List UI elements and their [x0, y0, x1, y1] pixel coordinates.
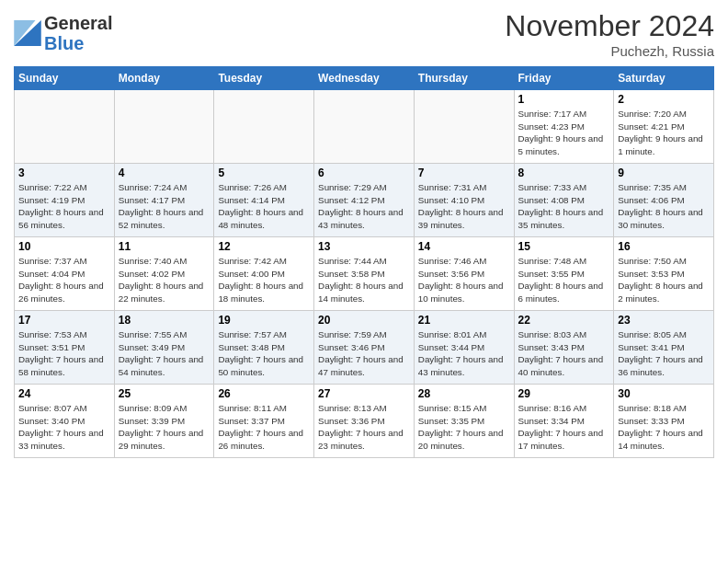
header-friday: Friday	[514, 67, 614, 90]
location: Puchezh, Russia	[505, 43, 714, 59]
calendar-header-row: Sunday Monday Tuesday Wednesday Thursday…	[15, 67, 714, 90]
calendar-cell: 26Sunrise: 8:11 AMSunset: 3:37 PMDayligh…	[214, 385, 314, 458]
week-row-2: 3Sunrise: 7:22 AMSunset: 4:19 PMDaylight…	[15, 164, 714, 237]
day-info: Sunrise: 7:17 AMSunset: 4:23 PMDaylight:…	[518, 108, 610, 158]
day-info: Sunrise: 7:44 AMSunset: 3:58 PMDaylight:…	[318, 255, 410, 305]
calendar-cell: 4Sunrise: 7:24 AMSunset: 4:17 PMDaylight…	[114, 164, 214, 237]
day-info: Sunrise: 7:40 AMSunset: 4:02 PMDaylight:…	[119, 255, 210, 305]
day-info: Sunrise: 8:09 AMSunset: 3:39 PMDaylight:…	[119, 402, 210, 453]
day-number: 24	[18, 387, 110, 400]
week-row-3: 10Sunrise: 7:37 AMSunset: 4:04 PMDayligh…	[15, 237, 714, 311]
day-info: Sunrise: 8:07 AMSunset: 3:40 PMDaylight:…	[18, 402, 110, 453]
calendar-cell: 20Sunrise: 7:59 AMSunset: 3:46 PMDayligh…	[314, 311, 415, 385]
calendar: Sunday Monday Tuesday Wednesday Thursday…	[14, 66, 714, 458]
calendar-cell: 17Sunrise: 7:53 AMSunset: 3:51 PMDayligh…	[15, 311, 115, 385]
calendar-cell: 29Sunrise: 8:16 AMSunset: 3:34 PMDayligh…	[514, 385, 614, 458]
day-info: Sunrise: 8:05 AMSunset: 3:41 PMDaylight:…	[618, 328, 710, 379]
page-container: General Blue November 2024 Puchezh, Russ…	[0, 0, 728, 463]
header-sunday: Sunday	[15, 67, 115, 90]
day-number: 14	[418, 240, 510, 253]
calendar-cell: 12Sunrise: 7:42 AMSunset: 4:00 PMDayligh…	[214, 237, 314, 311]
day-number: 30	[618, 387, 710, 400]
day-info: Sunrise: 7:55 AMSunset: 3:49 PMDaylight:…	[119, 328, 210, 379]
day-number: 8	[518, 167, 610, 179]
day-info: Sunrise: 8:01 AMSunset: 3:44 PMDaylight:…	[418, 328, 510, 379]
title-block: November 2024 Puchezh, Russia	[505, 9, 714, 59]
calendar-cell: 22Sunrise: 8:03 AMSunset: 3:43 PMDayligh…	[514, 311, 614, 385]
header-thursday: Thursday	[414, 67, 514, 90]
calendar-cell	[114, 90, 214, 164]
calendar-cell: 10Sunrise: 7:37 AMSunset: 4:04 PMDayligh…	[15, 237, 115, 311]
calendar-cell: 19Sunrise: 7:57 AMSunset: 3:48 PMDayligh…	[214, 311, 314, 385]
day-number: 6	[318, 167, 410, 179]
day-info: Sunrise: 8:16 AMSunset: 3:34 PMDaylight:…	[518, 402, 610, 453]
calendar-cell: 13Sunrise: 7:44 AMSunset: 3:58 PMDayligh…	[314, 237, 415, 311]
calendar-cell: 24Sunrise: 8:07 AMSunset: 3:40 PMDayligh…	[15, 385, 115, 458]
day-number: 19	[218, 314, 310, 327]
logo: General Blue	[14, 13, 112, 53]
day-info: Sunrise: 7:22 AMSunset: 4:19 PMDaylight:…	[18, 181, 110, 232]
month-title: November 2024	[505, 9, 714, 43]
day-number: 25	[119, 387, 210, 400]
day-number: 10	[18, 240, 110, 253]
day-number: 29	[518, 387, 610, 400]
day-info: Sunrise: 7:50 AMSunset: 3:53 PMDaylight:…	[618, 255, 710, 305]
calendar-cell: 23Sunrise: 8:05 AMSunset: 3:41 PMDayligh…	[614, 311, 714, 385]
day-number: 13	[318, 240, 410, 253]
day-number: 17	[18, 314, 110, 327]
week-row-5: 24Sunrise: 8:07 AMSunset: 3:40 PMDayligh…	[15, 385, 714, 458]
day-info: Sunrise: 7:35 AMSunset: 4:06 PMDaylight:…	[618, 181, 710, 232]
calendar-cell: 11Sunrise: 7:40 AMSunset: 4:02 PMDayligh…	[114, 237, 214, 311]
day-number: 23	[618, 314, 710, 327]
day-info: Sunrise: 7:26 AMSunset: 4:14 PMDaylight:…	[218, 181, 310, 232]
calendar-cell: 15Sunrise: 7:48 AMSunset: 3:55 PMDayligh…	[514, 237, 614, 311]
day-info: Sunrise: 7:42 AMSunset: 4:00 PMDaylight:…	[218, 255, 310, 305]
day-number: 22	[518, 314, 610, 327]
day-number: 1	[518, 93, 610, 106]
day-info: Sunrise: 8:15 AMSunset: 3:35 PMDaylight:…	[418, 402, 510, 453]
calendar-cell: 18Sunrise: 7:55 AMSunset: 3:49 PMDayligh…	[114, 311, 214, 385]
day-info: Sunrise: 7:37 AMSunset: 4:04 PMDaylight:…	[18, 255, 110, 305]
header-saturday: Saturday	[614, 67, 714, 90]
calendar-cell: 8Sunrise: 7:33 AMSunset: 4:08 PMDaylight…	[514, 164, 614, 237]
header-wednesday: Wednesday	[314, 67, 415, 90]
day-number: 18	[119, 314, 210, 327]
day-info: Sunrise: 7:57 AMSunset: 3:48 PMDaylight:…	[218, 328, 310, 379]
day-number: 21	[418, 314, 510, 327]
calendar-cell: 9Sunrise: 7:35 AMSunset: 4:06 PMDaylight…	[614, 164, 714, 237]
day-number: 7	[418, 167, 510, 179]
day-number: 12	[218, 240, 310, 253]
calendar-cell: 1Sunrise: 7:17 AMSunset: 4:23 PMDaylight…	[514, 90, 614, 164]
calendar-cell: 25Sunrise: 8:09 AMSunset: 3:39 PMDayligh…	[114, 385, 214, 458]
calendar-cell	[214, 90, 314, 164]
logo-icon	[14, 20, 41, 46]
calendar-cell: 6Sunrise: 7:29 AMSunset: 4:12 PMDaylight…	[314, 164, 415, 237]
day-number: 5	[218, 167, 310, 179]
week-row-4: 17Sunrise: 7:53 AMSunset: 3:51 PMDayligh…	[15, 311, 714, 385]
day-info: Sunrise: 7:59 AMSunset: 3:46 PMDaylight:…	[318, 328, 410, 379]
day-info: Sunrise: 8:13 AMSunset: 3:36 PMDaylight:…	[318, 402, 410, 453]
day-info: Sunrise: 7:48 AMSunset: 3:55 PMDaylight:…	[518, 255, 610, 305]
calendar-cell: 30Sunrise: 8:18 AMSunset: 3:33 PMDayligh…	[614, 385, 714, 458]
day-number: 3	[18, 167, 110, 179]
day-number: 4	[119, 167, 210, 179]
calendar-cell: 28Sunrise: 8:15 AMSunset: 3:35 PMDayligh…	[414, 385, 514, 458]
day-info: Sunrise: 8:03 AMSunset: 3:43 PMDaylight:…	[518, 328, 610, 379]
day-number: 2	[618, 93, 710, 106]
calendar-cell: 5Sunrise: 7:26 AMSunset: 4:14 PMDaylight…	[214, 164, 314, 237]
day-number: 15	[518, 240, 610, 253]
header: General Blue November 2024 Puchezh, Russ…	[14, 9, 714, 59]
calendar-cell: 16Sunrise: 7:50 AMSunset: 3:53 PMDayligh…	[614, 237, 714, 311]
day-info: Sunrise: 7:33 AMSunset: 4:08 PMDaylight:…	[518, 181, 610, 232]
calendar-cell: 3Sunrise: 7:22 AMSunset: 4:19 PMDaylight…	[15, 164, 115, 237]
day-number: 26	[218, 387, 310, 400]
day-info: Sunrise: 7:24 AMSunset: 4:17 PMDaylight:…	[119, 181, 210, 232]
calendar-cell: 27Sunrise: 8:13 AMSunset: 3:36 PMDayligh…	[314, 385, 415, 458]
day-number: 28	[418, 387, 510, 400]
day-number: 20	[318, 314, 410, 327]
calendar-cell	[15, 90, 115, 164]
week-row-1: 1Sunrise: 7:17 AMSunset: 4:23 PMDaylight…	[15, 90, 714, 164]
calendar-cell: 14Sunrise: 7:46 AMSunset: 3:56 PMDayligh…	[414, 237, 514, 311]
header-tuesday: Tuesday	[214, 67, 314, 90]
day-number: 27	[318, 387, 410, 400]
